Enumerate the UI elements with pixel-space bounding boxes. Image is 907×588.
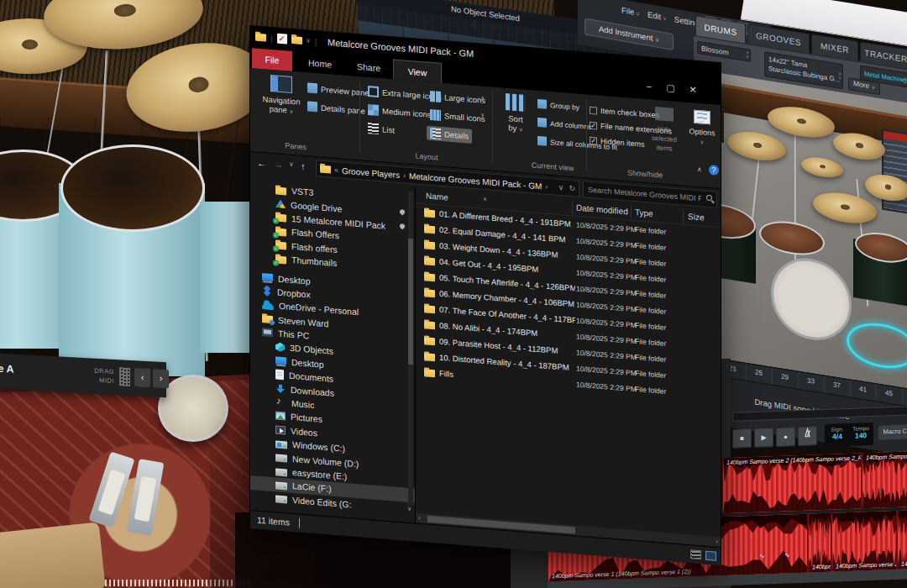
layout-option[interactable]: Medium icons: [364, 102, 435, 123]
chevron-down-icon: ∨: [290, 108, 294, 114]
macro-controls-button[interactable]: Macro Controls: [878, 424, 907, 440]
layout-option[interactable]: Small icons: [427, 108, 489, 127]
chevron-down-icon[interactable]: ∨: [307, 37, 311, 44]
sidebar-item-label: 3D Objects: [290, 343, 333, 356]
hide-selected-label2: items: [656, 144, 672, 153]
sidebar-item-icon: [275, 357, 286, 365]
folder-icon: [424, 305, 435, 313]
scroll-down-icon[interactable]: ∨: [407, 506, 412, 512]
tempo-signature-panel[interactable]: Sign. 4/4 Tempo 140: [825, 423, 873, 447]
clip-label: 140bpm Sampo Chorus (14: [866, 451, 907, 461]
details-view-toggle-icon[interactable]: [690, 549, 701, 559]
back-icon[interactable]: ←: [257, 158, 266, 169]
layout-option[interactable]: Details: [427, 126, 472, 144]
properties-check-icon[interactable]: ✓: [277, 34, 287, 45]
sort-by-button[interactable]: Sort by ∨: [495, 92, 536, 135]
cymbal: [801, 155, 843, 180]
pane-toggle[interactable]: Details pane: [307, 101, 365, 115]
drum-kit-photo[interactable]: [694, 69, 907, 389]
audio-clip[interactable]: 140bpm Sampo Chorus (14: [897, 510, 907, 570]
scroll-right-icon[interactable]: ›: [716, 538, 718, 545]
spinner-icon[interactable]: ∧∨: [904, 76, 907, 86]
sidebar-item-icon: [275, 440, 287, 449]
layout-option[interactable]: Large icons: [427, 89, 489, 108]
up-icon[interactable]: ↑: [301, 161, 306, 171]
refresh-icon[interactable]: ↻: [569, 184, 575, 193]
hide-selected-items-button[interactable]: Hide selected items: [645, 106, 684, 155]
column-header-name[interactable]: Name: [426, 192, 448, 202]
layout-icon: [368, 104, 379, 116]
scrollbar-thumb[interactable]: [408, 239, 413, 365]
chevron-down-icon: ∨: [655, 36, 659, 43]
scroll-down-icon[interactable]: ∨: [480, 112, 485, 118]
menu-item[interactable]: Edit: [647, 10, 667, 23]
record-button[interactable]: ●: [776, 427, 795, 447]
file-date-modified: 10/8/2025 2:29 PM: [576, 316, 633, 328]
scroll-up-icon[interactable]: ∧: [480, 95, 485, 102]
divider: [492, 92, 493, 163]
groove-block-label: Verse A: [0, 361, 13, 375]
column-divider[interactable]: [683, 210, 684, 223]
file-list: Name ∧ Date modified Type Size 01. A Dif…: [416, 187, 721, 548]
layout-option[interactable]: List: [364, 121, 398, 138]
scroll-left-icon[interactable]: ‹: [418, 514, 421, 522]
folder-icon[interactable]: [255, 33, 266, 41]
nav-scrollbar[interactable]: [408, 192, 413, 506]
view-option[interactable]: Add columns: [537, 118, 591, 131]
close-button[interactable]: ✕: [689, 84, 697, 96]
spinner-icon[interactable]: ∧∨: [746, 50, 749, 60]
metronome-button[interactable]: [798, 426, 817, 446]
sidebar-item-label: Flash offers: [291, 241, 338, 255]
divider: [586, 100, 587, 171]
column-header-date[interactable]: Date modified: [576, 203, 628, 217]
options-button[interactable]: Options ∨: [685, 109, 719, 148]
cymbal-bell: [820, 165, 826, 169]
search-icon[interactable]: [706, 195, 712, 202]
new-folder-icon[interactable]: [291, 35, 302, 44]
column-divider[interactable]: [572, 201, 573, 214]
add-instrument-button[interactable]: Add Instrument ∨: [585, 18, 674, 50]
column-divider[interactable]: [631, 206, 632, 219]
thumbnail-view-toggle-icon[interactable]: [705, 551, 716, 561]
maximize-button[interactable]: ▢: [666, 82, 674, 94]
audio-clip[interactable]: 140bpm Sampo verse 2 (140bpm Sampo verse…: [722, 453, 862, 513]
column-header-size[interactable]: Size: [688, 212, 704, 223]
sidebar-item-icon: [275, 228, 286, 236]
drag-midi-label[interactable]: DRAGMIDI: [67, 365, 114, 386]
address-dropdown-icon[interactable]: ∨: [558, 183, 564, 192]
pin-icon: [399, 223, 406, 229]
crumb-root[interactable]: «: [334, 165, 338, 174]
automation-lane[interactable]: [732, 406, 907, 421]
layout-icon: [430, 91, 441, 102]
drag-handle-grid-icon[interactable]: [119, 367, 130, 386]
crumb[interactable]: Groove Players: [342, 165, 400, 179]
menu-item[interactable]: File: [621, 5, 640, 18]
view-option-icon: [537, 136, 547, 146]
help-icon[interactable]: ?: [709, 165, 719, 176]
sidebar-item-icon: [262, 328, 273, 337]
stop-button[interactable]: ■: [732, 428, 752, 449]
audio-clip[interactable]: 140bpm Sampo Chorus (14: [862, 451, 907, 508]
sidebar-item-label: This PC: [278, 328, 309, 341]
plugin-tab-label: DRUMS: [704, 23, 737, 37]
spinner-icon[interactable]: ∧∨: [838, 71, 841, 81]
recent-locations-icon[interactable]: ∨: [289, 160, 294, 168]
column-header-type[interactable]: Type: [635, 207, 653, 218]
sidebar-item-icon: [262, 315, 273, 323]
collapse-ribbon-icon[interactable]: ∧: [697, 165, 702, 172]
audio-clip[interactable]: 140bpm: [808, 513, 831, 573]
clip-label: 140bpm: [812, 563, 831, 571]
audio-clip[interactable]: 140bpm Sampo verse 2 (140bpm San: [831, 511, 897, 572]
sidebar-item-icon: [275, 425, 286, 434]
minimize-button[interactable]: –: [647, 81, 652, 92]
play-button[interactable]: ▶: [754, 428, 773, 448]
previous-variation-button[interactable]: ‹: [134, 368, 150, 387]
folder-icon: [424, 225, 435, 234]
sidebar-item-label: Dropbox: [277, 287, 311, 300]
next-variation-button[interactable]: ›: [153, 369, 169, 388]
forward-icon[interactable]: →: [274, 159, 283, 170]
navigation-pane[interactable]: VST3 Google Drive 15 Metalcore MIDI Pack…: [250, 174, 415, 522]
navigation-pane-button[interactable]: Navigation pane ∨: [257, 74, 306, 118]
file-rows: 01. A Different Breed - 4_4 - 191BPM 10/…: [416, 204, 721, 404]
view-option[interactable]: Group by: [537, 99, 579, 112]
